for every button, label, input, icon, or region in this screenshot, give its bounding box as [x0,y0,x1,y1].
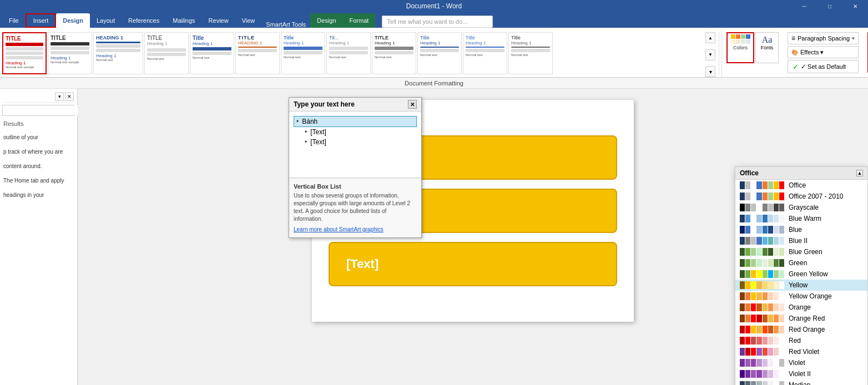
color-list-item-14[interactable]: Red [735,335,867,346]
color-item-label-14: Red [789,337,801,345]
ribbon-tab-mailings[interactable]: Mailings [166,13,201,28]
gallery-scroll-up[interactable]: ▲ [705,32,715,43]
style-item-3[interactable]: Title Heading 1 Normal text [144,32,189,74]
ribbon-bar: TITLE Heading 1 Normal text sample TITLE… [0,28,868,78]
color-item-label-15: Red Violet [789,348,819,356]
color-list-item-1[interactable]: Office 2007 - 2010 [735,191,867,202]
doc-format-group: ≡ Paragraph Spacing ▾ 🎨 Effects ▾ ✓ ✓ Se… [788,32,859,73]
color-list-item-16[interactable]: Violet [735,357,867,368]
panel-close-btn[interactable]: ✕ [65,92,74,101]
search-input[interactable] [3,105,84,115]
color-list-item-6[interactable]: Blue Green [735,246,867,257]
styles-gallery: TITLE Heading 1 Normal text sample TITLE… [2,30,704,77]
smartart-tools-label: SmartArt Tools [261,21,310,28]
color-list-item-2[interactable]: Grayscale [735,202,867,213]
ribbon-tabs: File Insert Design Layout References Mai… [0,12,868,28]
style-item-2[interactable]: HEADING 1 Heading 1 Normal text [93,32,143,74]
color-list-item-7[interactable]: Green [735,257,867,269]
smartart-panel-title: Type your text here [294,100,355,108]
color-list-item-3[interactable]: Blue Warm [735,213,867,224]
color-list-item-17[interactable]: Violet II [735,368,867,379]
ribbon-divider-1 [719,32,719,75]
colors-label: Colors [733,45,748,50]
color-list-item-10[interactable]: Yellow Orange [735,291,867,302]
close-button[interactable]: ✕ [842,0,868,12]
ribbon-tab-file[interactable]: File [2,13,26,28]
colors-dropdown-scroll-up[interactable]: ▲ [856,170,863,176]
ribbon-tab-design[interactable]: Design [56,13,90,28]
smartart-list-item-1[interactable]: • [Text] [294,127,417,137]
smartart-box-2[interactable]: [Text] [329,242,617,286]
color-item-label-12: Orange Red [789,315,825,322]
color-item-label-8: Green Yellow [789,270,828,278]
colors-dropdown-header: Office ▲ [735,167,867,180]
gallery-expand[interactable]: ▾ [705,66,715,77]
ribbon-tab-layout[interactable]: Layout [90,13,122,28]
smartart-learn-more-link[interactable]: Learn more about SmartArt graphics [294,226,383,232]
style-item-7[interactable]: Tit... Heading 1 Normal text [326,32,371,74]
paragraph-spacing-arrow: ▾ [852,36,855,41]
ribbon-tab-view[interactable]: View [235,13,262,28]
color-list-item-15[interactable]: Red Violet [735,346,867,357]
colors-fonts-row: Colors Aa Fonts [726,32,779,63]
style-item-10[interactable]: Title Heading 1 Normal text [463,32,507,74]
color-list-item-9[interactable]: Yellow [735,280,867,291]
colors-list: OfficeOffice 2007 - 2010GrayscaleBlue Wa… [735,180,867,385]
color-list-item-5[interactable]: Blue II [735,235,867,246]
results-label: Results [2,119,75,128]
color-list-item-11[interactable]: Orange [735,302,867,313]
left-panel-text-1: outline of your [2,133,75,143]
set-as-default-button[interactable]: ✓ ✓ Set as Default [788,60,859,73]
left-panel-text-2: p track of where you are [2,147,75,157]
ribbon-tab-smartart-format[interactable]: Format [343,13,376,28]
color-list-item-18[interactable]: Median [735,379,867,385]
style-item-4[interactable]: Title Heading 1 Normal text [190,32,234,74]
minimize-button[interactable]: ─ [791,0,817,12]
effects-button[interactable]: 🎨 Effects ▾ [788,46,859,58]
smartart-footer-title: Vertical Box List [294,183,417,190]
color-item-label-6: Blue Green [789,248,822,256]
fonts-button[interactable]: Aa Fonts [755,32,779,63]
color-list-item-8[interactable]: Green Yellow [735,269,867,280]
style-item-1[interactable]: TITLE Heading 1 Normal text sample [48,32,92,74]
panel-dropdown-btn[interactable]: ▾ [55,92,64,101]
main-area: ▾ ✕ 🔍 Results outline of your p track of… [0,89,868,385]
tell-me-search[interactable]: Tell me what you want to do... [382,16,493,28]
color-item-label-3: Blue Warm [789,215,821,222]
style-item-5[interactable]: TITLE HEADING 1 Normal text [235,32,280,74]
smartart-list-item-0[interactable]: • Bánh [294,116,417,127]
search-box: 🔍 [2,105,75,116]
ribbon-tab-review[interactable]: Review [202,13,235,28]
color-item-label-7: Green [789,259,807,267]
window-controls: ─ □ ✕ [791,0,868,12]
color-list-item-0[interactable]: Office [735,180,867,191]
colors-swatches [731,34,750,44]
ribbon-tab-smartart-design[interactable]: Design [310,13,342,28]
gallery-scroll: ▲ ▼ ▾ [705,32,715,77]
colors-button[interactable]: Colors [726,32,754,63]
ribbon-right: Colors Aa Fonts ≡ Paragraph Spacing ▾ [721,30,866,77]
ribbon-tab-references[interactable]: References [122,13,166,28]
color-item-label-11: Orange [789,303,811,311]
style-item-6[interactable]: Title Heading 1 Normal text [281,32,325,74]
color-item-label-0: Office [789,181,806,189]
style-item-11[interactable]: Title Heading 1 Normal text [508,32,553,74]
style-item-9[interactable]: Title Heading 1 Normal text [417,32,462,74]
style-item-8[interactable]: TITLE Heading 1 Normal text [372,32,416,74]
paragraph-spacing-button[interactable]: ≡ Paragraph Spacing ▾ [788,32,859,44]
fonts-label: Fonts [761,45,774,50]
style-item-0[interactable]: TITLE Heading 1 Normal text sample [2,32,47,74]
smartart-list-item-2[interactable]: • [Text] [294,137,417,147]
maximize-button[interactable]: □ [817,0,842,12]
checkmark-icon: ✓ [793,63,799,71]
color-list-item-13[interactable]: Red Orange [735,324,867,335]
gallery-scroll-down[interactable]: ▼ [705,49,715,60]
left-panel-header: ▾ ✕ [2,91,75,103]
color-list-item-4[interactable]: Blue [735,224,867,235]
smartart-panel-header: Type your text here ✕ [289,98,421,112]
color-list-item-12[interactable]: Orange Red [735,313,867,324]
smartart-close-button[interactable]: ✕ [408,100,417,109]
ribbon-tab-insert[interactable]: Insert [26,13,57,28]
bullet-icon-2: • [305,138,307,146]
left-panel: ▾ ✕ 🔍 Results outline of your p track of… [0,89,78,385]
